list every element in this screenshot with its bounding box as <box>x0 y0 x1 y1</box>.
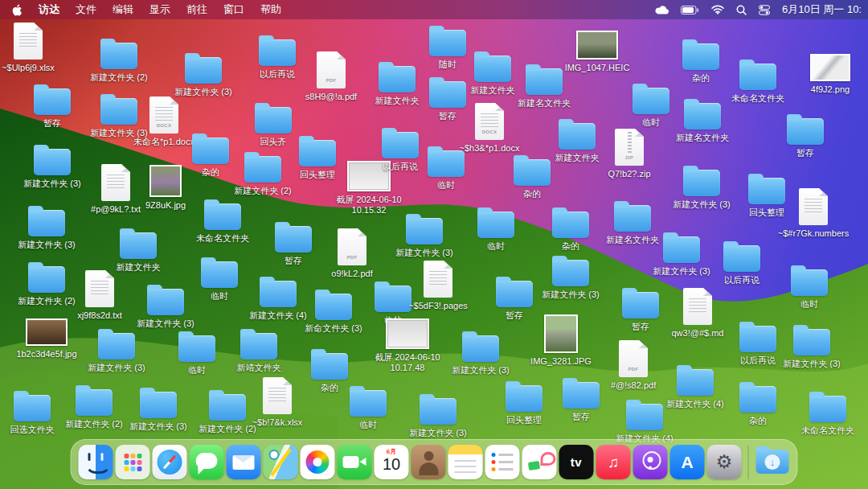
desktop-folder[interactable]: 新建文件夹 (2) <box>59 385 129 429</box>
desktop-file[interactable]: PDFs8H9@!a.pdf <box>296 51 366 102</box>
icon-label: 新建文件夹 (3) <box>137 318 194 329</box>
icon-label: 未命名文件夹 <box>731 93 784 104</box>
desktop-folder[interactable]: 新建文件夹 <box>103 228 174 273</box>
desktop-folder[interactable]: 临时 <box>461 208 531 252</box>
dock-freeform-icon[interactable] <box>522 445 557 479</box>
icon-label: 9Z8uK.jpg <box>145 200 186 211</box>
dock-downloads-icon[interactable]: ↓ <box>755 445 790 479</box>
desktop-file[interactable]: ~$b!7&k.xlsx <box>242 377 313 428</box>
folder-icon <box>462 335 499 362</box>
desktop-folder[interactable]: 未命名文件夹 <box>723 60 793 104</box>
desktop-folder[interactable]: 临时 <box>333 386 403 430</box>
desktop-folder[interactable]: 未命名文件夹 <box>792 392 863 436</box>
icon-label: 临时 <box>359 420 377 430</box>
desktop-folder[interactable]: 新建文件夹 (3) <box>168 53 239 97</box>
desktop-folder[interactable]: 未命名文件夹 <box>187 199 258 244</box>
desktop-folder[interactable]: 新建文件夹 (2) <box>84 39 154 83</box>
menu-item-5[interactable]: 前往 <box>186 2 207 17</box>
dock-contacts-icon[interactable] <box>411 445 446 479</box>
desktop-image-file[interactable]: IMG_3281.JPG <box>526 314 596 367</box>
desktop-folder[interactable]: 新建文件夹 (3) <box>535 256 606 300</box>
dock-facetime-icon[interactable] <box>338 445 372 479</box>
desktop-folder[interactable]: 新建文件夹 (3) <box>666 166 737 210</box>
folder-icon <box>787 118 824 145</box>
desktop-folder[interactable]: 临时 <box>774 265 845 310</box>
desktop-file[interactable]: ~$#r7Gk.numbers <box>778 188 849 239</box>
icon-label: 新建文件夹 (3) <box>452 365 510 376</box>
menu-item-7[interactable]: 帮助 <box>260 2 281 17</box>
desktop-file[interactable]: DOCX~$h3&*p1.docx <box>454 103 525 154</box>
dock-calendar-icon[interactable]: 6月10 <box>375 445 409 479</box>
desktop-image-file[interactable]: 截屏 2024-06-1010.17.48 <box>372 318 443 373</box>
desktop-image-file[interactable]: 4f9J2.png <box>795 54 866 95</box>
desktop-folder[interactable]: 临时 <box>162 331 232 376</box>
desktop-folder[interactable]: 新建文件夹 (3) <box>11 206 82 250</box>
dock-appstore-icon[interactable]: A <box>670 445 705 479</box>
menu-item-3[interactable]: 编辑 <box>113 2 133 17</box>
desktop-file[interactable]: ZIPQ7!b2?.zip <box>594 129 665 179</box>
desktop-file[interactable]: ~$5dF3!.pages <box>403 261 473 311</box>
desktop-file[interactable]: PDFo9!kL2.pdf <box>317 228 387 279</box>
dock-podcasts-icon[interactable] <box>633 445 668 479</box>
menu-item-1[interactable]: 访达 <box>39 2 59 17</box>
desktop-image-file[interactable]: 1b2c3d4e5f.jpg <box>11 318 82 360</box>
folder-icon <box>563 382 600 409</box>
desktop-folder[interactable]: 新建文件夹 (3) <box>389 214 460 258</box>
desktop-folder[interactable]: 新建文件夹 (3) <box>81 329 152 373</box>
desktop-folder[interactable]: 新靖文件夹 <box>223 329 294 373</box>
icon-label: 杂的 <box>749 416 767 426</box>
dock-finder-icon[interactable] <box>79 445 113 479</box>
desktop-folder[interactable]: 新建名文件夹 <box>667 99 738 143</box>
menu-item-2[interactable]: 文件 <box>76 2 96 17</box>
menu-item-4[interactable]: 显示 <box>149 2 170 17</box>
desktop-folder[interactable]: 暂存 <box>546 378 616 422</box>
folder-icon <box>100 43 137 69</box>
dock-launchpad-icon[interactable] <box>116 445 150 479</box>
menubar-clock[interactable]: 6月10日 周一 10: <box>782 2 862 17</box>
desktop-folder[interactable]: 暂存 <box>17 84 88 129</box>
desktop-folder[interactable]: 新建文件夹 (3) <box>123 388 194 432</box>
dock-messages-icon[interactable] <box>190 445 224 479</box>
menu-item-6[interactable]: 窗口 <box>223 2 244 17</box>
icon-label: 杂的 <box>523 189 541 199</box>
desktop-folder[interactable]: 新建文件夹 (3) <box>17 145 88 189</box>
cloud-icon[interactable] <box>655 6 669 14</box>
document-icon <box>799 188 828 225</box>
desktop-folder[interactable]: 新建文件夹 (4) <box>660 365 731 409</box>
desktop-folder[interactable]: 新建文件夹 (3) <box>776 325 847 369</box>
icon-label: 新建文件夹 (3) <box>673 199 731 210</box>
dock-notes-icon[interactable] <box>448 445 483 479</box>
folder-icon <box>240 333 277 360</box>
apple-menu-icon[interactable] <box>11 3 23 17</box>
desktop-folder[interactable]: 杂的 <box>535 208 606 252</box>
desktop-folder[interactable]: 杂的 <box>723 382 793 426</box>
dock-photos-icon[interactable] <box>301 445 335 479</box>
dock-tv-icon[interactable]: tv <box>559 445 594 479</box>
search-icon[interactable] <box>736 5 747 15</box>
desktop-folder[interactable]: 暂存 <box>770 114 841 158</box>
dock-maps-icon[interactable] <box>264 445 298 479</box>
folder-icon <box>552 212 589 238</box>
dock-reminders-icon[interactable] <box>485 445 520 479</box>
icon-label: 新建文件夹 (2) <box>90 72 148 83</box>
folder-icon <box>477 212 514 238</box>
icon-label: ~$h3&*p1.docx <box>460 143 520 154</box>
desktop-folder[interactable]: 新建文件夹 (3) <box>445 331 516 376</box>
dock-safari-icon[interactable] <box>153 445 187 479</box>
battery-icon[interactable] <box>681 6 699 14</box>
dock-settings-icon[interactable]: ⚙ <box>707 445 742 479</box>
desktop-file[interactable]: xj9f8s2d.txt <box>64 270 135 321</box>
icon-label: s8H9@!a.pdf <box>305 92 357 102</box>
desktop-folder[interactable]: 新建文件夹 (3) <box>403 394 473 438</box>
wifi-icon[interactable] <box>711 5 724 14</box>
dock-mail-icon[interactable] <box>227 445 261 479</box>
desktop-folder[interactable]: 以后再说 <box>706 241 777 286</box>
dock-music-icon[interactable]: ♫ <box>596 445 631 479</box>
control-center-icon[interactable] <box>759 5 770 15</box>
menu-bar: 访达文件编辑显示前往窗口帮助 6月10日 周一 10: <box>0 0 868 19</box>
icon-label: 暂存 <box>796 148 814 158</box>
folder-icon <box>406 218 443 244</box>
desktop-image-file[interactable]: IMG_1047.HEIC <box>562 31 633 73</box>
desktop-file[interactable]: ~$Ulp6j9.xlsx <box>0 23 63 73</box>
desktop-folder[interactable]: 回选文件夹 <box>0 391 68 435</box>
